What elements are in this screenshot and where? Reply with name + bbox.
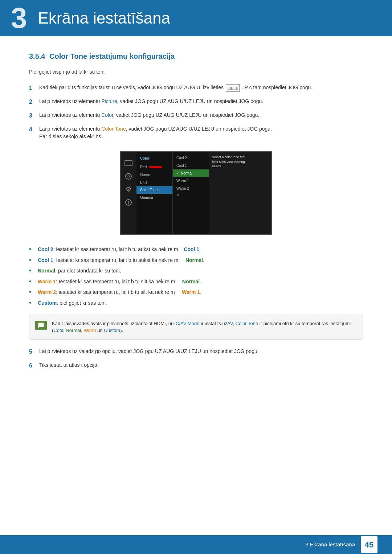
picture-icon-shape: ⟳ bbox=[125, 173, 132, 180]
bullet-text-custom: Custom: piel gojiet kr sas toni. bbox=[38, 299, 107, 307]
ref-cool1-1: Cool 1 bbox=[184, 246, 199, 252]
bullet-text-warm1: Warm 1: Iestatiet kr sas temperat ru, la… bbox=[38, 278, 201, 286]
screen-menu-colortone: Color Tone bbox=[136, 186, 172, 194]
note-hl-pcav: PC/AV Mode bbox=[172, 321, 199, 326]
note-icon-svg bbox=[38, 322, 44, 329]
step-5: 5 Lai p rvietotos uz vajadz go opciju, v… bbox=[29, 348, 363, 356]
bullet-dot-3: • bbox=[29, 267, 34, 275]
ref-normal-1: Normal bbox=[185, 257, 203, 263]
bullet-dot-5: • bbox=[29, 288, 34, 296]
info-icon-shape: i bbox=[125, 199, 132, 206]
step-number-1: 1 bbox=[29, 84, 39, 93]
footer-label: 3 Ekrāna iestatīšana bbox=[305, 541, 355, 549]
screen-submenu-normal: Normal bbox=[173, 169, 209, 177]
bullet-text-cool1: Cool 1: Iestatiet kr sas temperat ru, la… bbox=[38, 257, 204, 264]
screen-menu-title: Color bbox=[136, 154, 172, 163]
ref-normal-2: Normal bbox=[182, 279, 200, 284]
step-number-4: 4 bbox=[29, 125, 39, 140]
term-cool2: Cool 2 bbox=[38, 246, 53, 252]
bullet-warm2: • Warm 2: iestatiet kr sas temperat ru, … bbox=[29, 288, 363, 296]
display-icon-shape bbox=[124, 160, 132, 166]
screen-menu-red: Red bbox=[136, 163, 172, 171]
screen-tooltip: Select a color tone that best suits your… bbox=[209, 152, 249, 234]
step-number-6: 6 bbox=[29, 361, 39, 370]
screen-tooltip-text: Select a color tone that best suits your… bbox=[212, 155, 245, 168]
screen-submenu-warm1: Warm 1 bbox=[173, 177, 209, 185]
section-number: 3.5.4 bbox=[29, 52, 45, 60]
chapter-number: 3 bbox=[11, 4, 27, 33]
note-text: Kad r jais ievades avots ir pievienots, … bbox=[52, 320, 357, 334]
bullet-text-normal: Normal: par diet standarta kr su toni. bbox=[38, 267, 121, 275]
term-normal: Normal bbox=[38, 268, 55, 274]
page-header: 3 Ekrāna iestatīšana bbox=[0, 0, 392, 36]
screen-submenu: Cool 2 Cool 1 Normal Warm 1 Warm 2 ▼ bbox=[173, 152, 209, 234]
step-number-2: 2 bbox=[29, 98, 39, 106]
step3-highlight: Color bbox=[101, 112, 113, 118]
note-box: Kad r jais ievades avots ir pievienots, … bbox=[29, 315, 363, 340]
bullet-text-cool2: Cool 2: iestatiet kr sas temperat ru, la… bbox=[38, 246, 201, 253]
step-4: 4 Lai p rvietotos uz elementu Color Tone… bbox=[29, 125, 363, 140]
step-number-5: 5 bbox=[29, 348, 39, 356]
note-hl-colortone: Color Tone bbox=[236, 321, 258, 326]
steps-bottom-list: 5 Lai p rvietotos uz vajadz go opciju, v… bbox=[29, 348, 363, 370]
steps-list: 1 Kad tiek par d ts funkcijas tausti u c… bbox=[29, 84, 363, 140]
menu-icon: ◫◫◫ bbox=[226, 84, 240, 92]
screen-menu-gamma: Gamma bbox=[136, 194, 172, 201]
screen-menu-blue: Blue bbox=[136, 178, 172, 186]
bullet-cool2: • Cool 2: iestatiet kr sas temperat ru, … bbox=[29, 246, 363, 254]
screen-submenu-cool1: Cool 1 bbox=[173, 162, 209, 169]
bullet-dot-6: • bbox=[29, 299, 34, 307]
screen-menu: Color Red Green Blue Color Tone Gamma bbox=[136, 152, 173, 234]
screen-display-icon bbox=[124, 159, 133, 167]
bullet-warm1: • Warm 1: Iestatiet kr sas temperat ru, … bbox=[29, 278, 363, 286]
step-3: 3 Lai p rvietotos uz elementu Color, vad… bbox=[29, 111, 363, 120]
note-hl-av: AV bbox=[227, 321, 233, 326]
step-text-5: Lai p rvietotos uz vajadz go opciju, vad… bbox=[39, 348, 363, 356]
page-number: 45 bbox=[361, 536, 377, 553]
step4-highlight: Color Tone bbox=[101, 126, 126, 132]
screen-picture-icon: ⟳ bbox=[124, 172, 133, 180]
step-number-3: 3 bbox=[29, 111, 39, 120]
page-content: 3.5.4 Color Tone iestatījumu konfigurāci… bbox=[0, 51, 392, 406]
screen-simulation: ⟳ ⚙ i Color Red Green Blue Color bbox=[29, 151, 363, 235]
bullet-dot-1: • bbox=[29, 246, 34, 254]
screen-submenu-cool2: Cool 2 bbox=[173, 154, 209, 162]
bullet-dot-2: • bbox=[29, 257, 34, 264]
screen-icons-column: ⟳ ⚙ i bbox=[121, 152, 136, 234]
step-text-4: Lai p rvietotos uz elementu Color Tone, … bbox=[39, 125, 363, 140]
screen-menu-green: Green bbox=[136, 171, 172, 178]
bullet-dot-4: • bbox=[29, 278, 34, 286]
ref-warm1-2: Warm 1 bbox=[182, 289, 200, 295]
bullet-text-warm2: Warm 2: iestatiet kr sas temperat ru, la… bbox=[38, 288, 201, 296]
bullet-cool1: • Cool 1: Iestatiet kr sas temperat ru, … bbox=[29, 257, 363, 264]
step-text-1: Kad tiek par d ts funkcijas tausti u ce … bbox=[39, 84, 363, 93]
note-hl-normal: Normal bbox=[66, 328, 81, 333]
step-text-2: Lai p rvietotos uz elementu Picture, vad… bbox=[39, 98, 363, 106]
term-custom: Custom bbox=[38, 300, 57, 306]
step-2: 2 Lai p rvietotos uz elementu Picture, v… bbox=[29, 98, 363, 106]
chapter-title: Ekrāna iestatīšana bbox=[38, 6, 170, 30]
screen-info-icon: i bbox=[124, 198, 133, 206]
note-hl-custom: Custom bbox=[104, 328, 120, 333]
term-warm1: Warm 1 bbox=[38, 279, 56, 284]
intro-text: Piel gojiet visp r jo att la kr su toni. bbox=[29, 68, 363, 76]
term-cool1: Cool 1 bbox=[38, 257, 53, 263]
term-warm2: Warm 2 bbox=[38, 289, 56, 295]
screen-submenu-warm2: Warm 2 bbox=[173, 185, 209, 192]
step-text-6: Tiks iestat ta atlas t opcija. bbox=[39, 361, 363, 370]
bullet-custom: • Custom: piel gojiet kr sas toni. bbox=[29, 299, 363, 307]
step-6: 6 Tiks iestat ta atlas t opcija. bbox=[29, 361, 363, 370]
bullet-list: • Cool 2: iestatiet kr sas temperat ru, … bbox=[29, 246, 363, 307]
page-footer: 3 Ekrāna iestatīšana 45 bbox=[0, 535, 392, 554]
section-heading: 3.5.4 Color Tone iestatījumu konfigurāci… bbox=[29, 51, 363, 62]
step-1: 1 Kad tiek par d ts funkcijas tausti u c… bbox=[29, 84, 363, 93]
bullet-normal: • Normal: par diet standarta kr su toni. bbox=[29, 267, 363, 275]
step-text-3: Lai p rvietotos uz elementu Color, vadie… bbox=[39, 111, 363, 120]
step2-highlight: Picture bbox=[101, 98, 117, 104]
screen-arrow-down: ▼ bbox=[173, 192, 209, 199]
screen-gear-icon: ⚙ bbox=[124, 185, 133, 193]
step4-subtext: Par d sies sekojo ais ekr ns. bbox=[39, 134, 102, 139]
note-icon bbox=[35, 321, 47, 330]
monitor-screen: ⟳ ⚙ i Color Red Green Blue Color bbox=[120, 151, 272, 235]
section-title: Color Tone iestatījumu konfigurācija bbox=[49, 52, 175, 60]
